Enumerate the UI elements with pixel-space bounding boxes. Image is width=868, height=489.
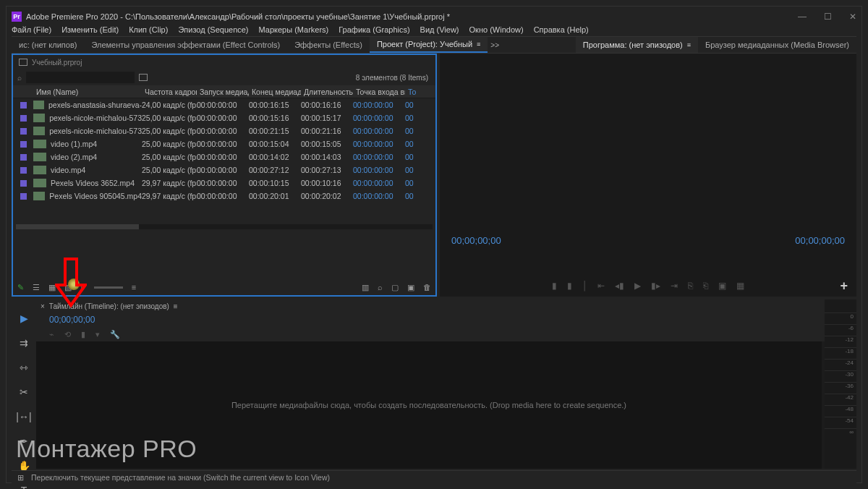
settings-icon[interactable]: ▾ (95, 330, 100, 339)
col-name[interactable]: Имя (Name) (33, 88, 142, 96)
lift-icon[interactable]: ⎘ (688, 281, 693, 291)
label-color[interactable] (20, 115, 27, 122)
filter-bin-icon[interactable] (139, 74, 148, 81)
clip-name[interactable]: video (1).mp4 (33, 140, 142, 148)
razor-tool[interactable]: ✂ (20, 386, 28, 398)
tabs-overflow-icon[interactable]: >> (490, 41, 499, 49)
col-media-start[interactable]: Запуск медиадан (197, 88, 249, 96)
menu-edit[interactable]: Изменить (Edit) (61, 25, 119, 34)
clip-name[interactable]: Pexels Videos 905045.mp4 (33, 192, 142, 200)
clip-to[interactable]: 00 (405, 140, 420, 148)
table-row[interactable]: video (1).mp425,00 кадр/с (fps)00:00:00:… (13, 137, 435, 150)
new-item-icon[interactable]: ✎ (17, 283, 24, 292)
menu-clip[interactable]: Клип (Clip) (129, 25, 168, 34)
export-frame-icon[interactable]: ▣ (718, 281, 726, 291)
clip-video-in[interactable]: 00:00:00:00 (353, 179, 405, 187)
trash-icon[interactable]: 🗑 (423, 283, 431, 292)
clip-name[interactable]: video (2).mp4 (33, 153, 142, 161)
compare-icon[interactable]: ▦ (736, 281, 744, 291)
go-in-icon[interactable]: ⇤ (597, 281, 605, 291)
label-color[interactable] (20, 180, 27, 187)
clip-video-in[interactable]: 00:00:00:00 (353, 153, 405, 161)
col-framerate[interactable]: Частота кадров (F (142, 88, 197, 96)
table-row[interactable]: pexels-nicole-michalou-57325,00 кадр/с (… (13, 124, 435, 137)
label-color[interactable] (20, 128, 27, 135)
ripple-tool[interactable]: ⇿ (20, 362, 28, 373)
clip-name[interactable]: pexels-nicole-michalou-573 (33, 127, 142, 135)
clip-video-in[interactable]: 00:00:00:00 (353, 140, 405, 148)
sort-icon[interactable]: ≡ (132, 283, 136, 292)
col-video-in[interactable]: Точка входа виде (353, 88, 405, 96)
timeline-timecode[interactable]: 00;00;00;00 (36, 312, 856, 327)
menu-file[interactable]: Файл (File) (12, 25, 51, 34)
step-fwd-icon[interactable]: ▮▸ (651, 281, 660, 291)
snap-icon[interactable]: ⌁ (49, 330, 54, 339)
table-row[interactable]: Pexels Videos 905045.mp429,97 кадр/с (fp… (13, 190, 435, 203)
clip-name[interactable]: pexels-nicole-michalou-573 (33, 114, 142, 122)
go-out-icon[interactable]: ⇥ (671, 281, 678, 291)
tab-program[interactable]: Программа: (нет эпизодов)≡ (576, 37, 698, 53)
project-scrollbar[interactable] (16, 224, 433, 229)
tab-media-browser[interactable]: Браузер медиаданных (Media Browser) (698, 37, 856, 53)
label-color[interactable] (20, 167, 27, 174)
wrench-icon[interactable]: 🔧 (110, 330, 120, 339)
clip-name[interactable]: Pexels Videos 3652.mp4 (33, 179, 142, 187)
marker-add-icon[interactable]: ▮ (81, 330, 85, 339)
col-to[interactable]: То (405, 88, 420, 96)
table-row[interactable]: video.mp425,00 кадр/с (fps)00:00:00:0000… (13, 163, 435, 177)
link-icon[interactable]: ⟲ (64, 330, 71, 339)
find-icon[interactable]: ⌕ (378, 283, 383, 292)
table-row[interactable]: video (2).mp425,00 кадр/с (fps)00:00:00:… (13, 150, 435, 163)
clip-to[interactable]: 00 (405, 153, 420, 161)
timeline-tab[interactable]: × Таймлайн (Timeline): (нет эпизодов) ≡ (36, 299, 856, 312)
table-row[interactable]: Pexels Videos 3652.mp429,97 кадр/с (fps)… (13, 177, 435, 190)
clip-to[interactable]: 00 (405, 192, 420, 200)
new-bin-icon[interactable]: ▢ (391, 283, 399, 292)
selection-tool[interactable]: ▶ (20, 312, 28, 324)
extract-icon[interactable]: ⎗ (703, 281, 708, 291)
label-color[interactable] (20, 141, 27, 148)
search-input[interactable] (26, 72, 135, 83)
clip-video-in[interactable]: 00:00:00:00 (353, 127, 405, 135)
menu-sequence[interactable]: Эпизод (Sequence) (178, 25, 248, 34)
minimize-button[interactable]: — (798, 12, 807, 22)
mark-in-icon[interactable]: ▮ (552, 281, 557, 291)
menu-graphics[interactable]: Графика (Graphics) (339, 25, 409, 34)
close-icon[interactable]: × (41, 302, 45, 310)
tab-effect-controls[interactable]: Элементы управления эффектами (Effect Co… (84, 37, 287, 53)
tab-project[interactable]: Проект (Project): Учебный≡ (370, 37, 488, 53)
col-media-end[interactable]: Конец медиаданн (249, 88, 301, 96)
col-duration[interactable]: Длительность ме (301, 88, 353, 96)
new-item-button[interactable]: ▣ (407, 283, 414, 292)
tab-source[interactable]: ис: (нет клипов) (12, 37, 84, 53)
clip-to[interactable]: 00 (405, 127, 420, 135)
button-editor-icon[interactable]: + (840, 278, 848, 294)
track-select-tool[interactable]: ⇉ (20, 337, 28, 349)
clip-name[interactable]: pexels-anastasia-shuraeva- (33, 101, 142, 109)
label-color[interactable] (20, 102, 27, 109)
marker-icon[interactable]: │ (582, 281, 588, 291)
clip-video-in[interactable]: 00:00:00:00 (353, 101, 405, 109)
table-row[interactable]: pexels-anastasia-shuraeva-24,00 кадр/с (… (13, 98, 435, 111)
automate-icon[interactable]: ▥ (362, 283, 369, 292)
label-color[interactable] (20, 154, 27, 161)
clip-to[interactable]: 00 (405, 179, 420, 187)
menu-view[interactable]: Вид (View) (420, 25, 459, 34)
clip-to[interactable]: 00 (405, 101, 420, 109)
clip-to[interactable]: 00 (405, 114, 420, 122)
table-row[interactable]: pexels-nicole-michalou-57325,00 кадр/с (… (13, 111, 435, 124)
slip-tool[interactable]: |↔| (16, 411, 31, 422)
clip-name[interactable]: video.mp4 (33, 166, 142, 174)
clip-video-in[interactable]: 00:00:00:00 (353, 114, 405, 122)
tab-effects[interactable]: Эффекты (Effects) (287, 37, 370, 53)
mark-out-icon[interactable]: ▮ (567, 281, 572, 291)
step-back-icon[interactable]: ◂▮ (615, 281, 624, 291)
clip-to[interactable]: 00 (405, 166, 420, 174)
close-button[interactable]: ✕ (849, 12, 856, 22)
menu-markers[interactable]: Маркеры (Markers) (259, 25, 329, 34)
play-icon[interactable]: ▶ (634, 281, 641, 291)
zoom-slider[interactable] (94, 286, 123, 289)
clip-video-in[interactable]: 00:00:00:00 (353, 166, 405, 174)
maximize-button[interactable]: ☐ (824, 12, 832, 22)
menu-help[interactable]: Справка (Help) (534, 25, 589, 34)
